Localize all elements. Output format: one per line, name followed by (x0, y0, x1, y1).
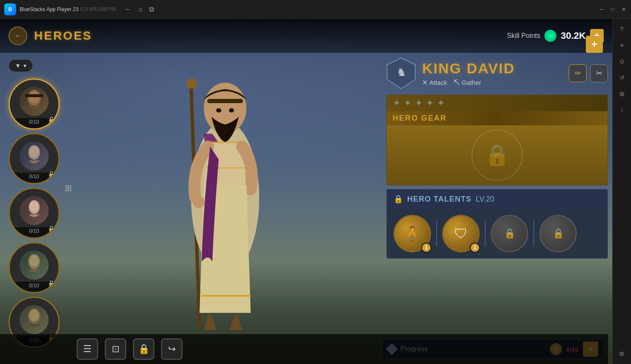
hero-progress-label-4: 0/10 (29, 283, 39, 289)
talent-orb-4[interactable]: 🔒 (539, 215, 577, 252)
hero-avatar-1[interactable]: 0/10 🔒 (9, 78, 60, 130)
app-logo: B (4, 3, 16, 15)
skill-points-value: 30.2K (561, 30, 586, 41)
nav-back-btn[interactable]: ← (125, 6, 132, 13)
hero-lock-icon-4: 🔒 (48, 280, 55, 287)
svg-point-8 (29, 255, 39, 266)
right-panel: ♞ KING DAVID ✕ Attack ⛏ Gather (386, 57, 608, 259)
list-view-button[interactable]: ☰ (77, 338, 98, 360)
hero-character-svg (144, 49, 306, 338)
close-btn[interactable]: ✕ (621, 6, 627, 12)
filter-dropdown-icon: ▾ (23, 62, 26, 69)
hero-tags: ✕ Attack ⛏ Gather (422, 78, 563, 87)
hero-lock-icon-2: 🔒 (48, 171, 55, 178)
star-2: ✦ (404, 98, 411, 109)
svg-rect-2 (25, 94, 43, 97)
edit-icon: ✏ (575, 69, 581, 78)
hero-lock-icon-3: 🔒 (48, 225, 55, 232)
talent-4-icon: 🔒 (553, 228, 564, 239)
window-controls: ─ □ ✕ (599, 6, 627, 12)
sidebar-menu-icon[interactable]: ≡ (615, 38, 629, 52)
svg-point-18 (193, 196, 205, 208)
sidebar-help-icon[interactable]: ? (615, 22, 629, 36)
talent-orb-3[interactable]: 🔒 (491, 215, 528, 252)
sidebar-resize-icon[interactable]: ↕ (615, 103, 629, 117)
minimize-btn[interactable]: ─ (599, 6, 605, 12)
hero-gear-section: ✦ ✦ ✦ ✦ ✦ + HERO GEAR 🔒 (386, 95, 608, 185)
hero-name: KING DAVID (422, 60, 563, 77)
star-4: ✦ (426, 98, 434, 109)
share-button[interactable]: ↪ (161, 338, 182, 360)
maximize-btn[interactable]: □ (610, 6, 616, 12)
back-icon: ← (14, 32, 22, 40)
share-icon: ↪ (168, 344, 176, 355)
talent-2-icon: 🛡 (454, 226, 468, 242)
hero-face-3 (20, 196, 49, 225)
talents-title: HERO TALENTS (407, 195, 472, 204)
gather-icon: ⛏ (453, 79, 460, 87)
hero-action-buttons: ✏ ✂ (569, 64, 608, 82)
app-title: BlueStacks App Player 23 (20, 6, 78, 12)
bluestacks-sidebar: ? ≡ ⊙ ↺ ⊞ ↕ ⚙ (612, 19, 631, 364)
attack-label: Attack (429, 79, 447, 86)
hero-face-1 (20, 87, 49, 116)
gear-circle-decoration (472, 130, 523, 181)
svg-point-12 (187, 78, 197, 89)
hero-avatar-4[interactable]: 0/10 🔒 (9, 242, 60, 293)
talents-lock-icon: 🔒 (394, 194, 403, 204)
hero-gear-header: ✦ ✦ ✦ ✦ ✦ + (387, 95, 608, 111)
hero-list: 0/10 🔒 0/10 🔒 (9, 78, 68, 348)
header-bar: ← HEROES Skill Points 30.2K + (0, 19, 612, 53)
filter-button[interactable]: ▼ ▾ (9, 59, 33, 72)
grid-view-icon[interactable]: ⊞ (65, 183, 72, 193)
hero-progress-label-2: 0/10 (29, 173, 39, 179)
hero-face-5 (20, 305, 49, 334)
window-nav: ← ⌂ ⧉ (125, 6, 154, 13)
talent-divider-1 (436, 221, 437, 246)
hero-lock-icon-1: 🔒 (48, 116, 55, 123)
hero-avatar-3[interactable]: 0/10 🔒 (9, 188, 60, 239)
gather-label: Gather (462, 79, 481, 86)
titlebar: B BlueStacks App Player 23 5.21.505.1008… (0, 0, 631, 19)
lock-icon: 🔒 (138, 344, 150, 355)
target-button[interactable]: ⊡ (105, 338, 126, 360)
gather-tag: ⛏ Gather (453, 79, 481, 87)
dismiss-hero-button[interactable]: ✂ (590, 64, 608, 82)
talent-orb-1[interactable]: 🧍 1 (394, 215, 431, 252)
edit-hero-button[interactable]: ✏ (569, 64, 587, 82)
nav-multi-btn[interactable]: ⧉ (149, 6, 154, 13)
hero-talents-section: 🔒 HERO TALENTS LV.20 🧍 1 🛡 1 🔒 (386, 189, 608, 259)
hero-gear-body: 🔒 (387, 125, 608, 185)
sidebar-grid-icon[interactable]: ⊞ (615, 87, 629, 101)
talent-divider-3 (533, 221, 534, 246)
talent-orb-2[interactable]: 🛡 1 (442, 215, 480, 252)
target-icon: ⊡ (112, 344, 119, 355)
gear-title-bar: HERO GEAR (387, 111, 608, 125)
hero-face-4 (20, 251, 49, 280)
skill-points-gem-icon (544, 30, 556, 42)
talents-level: LV.20 (476, 195, 495, 204)
hero-avatar-2[interactable]: 0/10 🔒 (9, 133, 60, 184)
sidebar-rotate-icon[interactable]: ↺ (615, 71, 629, 84)
svg-point-4 (29, 146, 39, 157)
sidebar-camera-icon[interactable]: ⊙ (615, 55, 629, 68)
bottom-actions: ☰ ⊡ 🔒 ↪ (77, 338, 182, 360)
sidebar-settings-icon[interactable]: ⚙ (615, 347, 629, 361)
star-row: ✦ ✦ ✦ ✦ ✦ (393, 98, 445, 109)
back-button[interactable]: ← (9, 26, 27, 45)
hero-progress-label-1: 0/10 (29, 119, 39, 125)
nav-home-btn[interactable]: ⌂ (139, 6, 143, 13)
page-title: HEROES (34, 29, 92, 43)
svg-point-17 (229, 108, 234, 113)
hero-face-2 (20, 142, 49, 170)
hero-shield: ♞ (386, 57, 416, 90)
talent-2-badge: 1 (470, 243, 480, 253)
star-1: ✦ (393, 98, 400, 109)
attack-icon: ✕ (422, 78, 428, 87)
svg-point-10 (29, 309, 39, 321)
filter-icon: ▼ (15, 62, 21, 69)
lock-button[interactable]: 🔒 (133, 338, 154, 360)
talent-3-icon: 🔒 (504, 228, 515, 239)
hero-talents-header: 🔒 HERO TALENTS LV.20 (387, 189, 608, 209)
hero-talents-body: 🧍 1 🛡 1 🔒 🔒 (387, 209, 608, 258)
